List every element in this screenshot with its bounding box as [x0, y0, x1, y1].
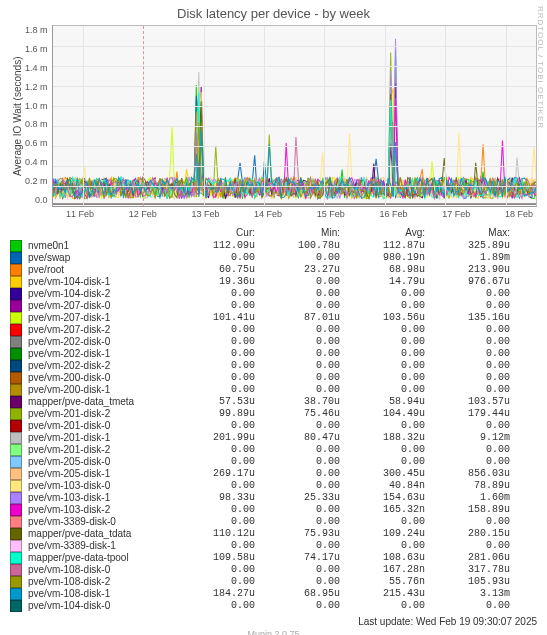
legend-row: pve/root60.75u23.27u68.98u213.90u — [10, 264, 537, 276]
legend-swatch — [10, 252, 22, 264]
legend-avg: 109.24u — [340, 528, 425, 540]
legend-cur: 0.00 — [170, 540, 255, 552]
y-tick: 0.4 m — [25, 157, 48, 167]
legend-avg: 0.00 — [340, 288, 425, 300]
legend-avg: 68.98u — [340, 264, 425, 276]
legend-row: mapper/pve-data_tmeta57.53u38.70u58.94u1… — [10, 396, 537, 408]
legend-max: 317.78u — [425, 564, 510, 576]
legend-max: 0.00 — [425, 384, 510, 396]
legend-swatch — [10, 576, 22, 588]
legend-max: 1.60m — [425, 492, 510, 504]
legend-min: 100.78u — [255, 240, 340, 252]
legend-swatch — [10, 312, 22, 324]
legend-row: pve/vm-103-disk-20.000.00165.32n158.89u — [10, 504, 537, 516]
legend-row: pve/vm-103-disk-198.33u25.33u154.63u1.60… — [10, 492, 537, 504]
legend-max: 0.00 — [425, 420, 510, 432]
legend-max: 0.00 — [425, 516, 510, 528]
legend-swatch — [10, 468, 22, 480]
legend-row: pve/swap0.000.00980.19n1.89m — [10, 252, 537, 264]
legend-avg: 300.45u — [340, 468, 425, 480]
legend-max: 325.89u — [425, 240, 510, 252]
legend-avg: 167.28n — [340, 564, 425, 576]
legend-row: pve/vm-3389-disk-00.000.000.000.00 — [10, 516, 537, 528]
legend-swatch — [10, 420, 22, 432]
legend-cur: 269.17u — [170, 468, 255, 480]
x-tick: 13 Feb — [191, 209, 219, 219]
col-avg: Avg: — [340, 227, 425, 238]
legend-row: pve/vm-108-disk-00.000.00167.28n317.78u — [10, 564, 537, 576]
legend-swatch — [10, 504, 22, 516]
legend-name: pve/vm-202-disk-0 — [28, 336, 170, 348]
legend-row: pve/vm-205-disk-1269.17u0.00300.45u856.0… — [10, 468, 537, 480]
x-tick: 11 Feb — [66, 209, 94, 219]
legend-max: 0.00 — [425, 288, 510, 300]
legend-name: pve/vm-201-disk-2 — [28, 444, 170, 456]
legend-avg: 55.76n — [340, 576, 425, 588]
legend-swatch — [10, 396, 22, 408]
legend-avg: 0.00 — [340, 300, 425, 312]
legend-swatch — [10, 384, 22, 396]
legend-avg: 0.00 — [340, 336, 425, 348]
legend-max: 135.16u — [425, 312, 510, 324]
legend-cur: 57.53u — [170, 396, 255, 408]
legend-row: pve/vm-200-disk-10.000.000.000.00 — [10, 384, 537, 396]
legend-max: 0.00 — [425, 360, 510, 372]
legend-name: pve/vm-108-disk-0 — [28, 564, 170, 576]
munin-credit: Munin 2.0.75 — [10, 629, 537, 635]
legend-cur: 0.00 — [170, 516, 255, 528]
legend-min: 0.00 — [255, 480, 340, 492]
legend-cur: 0.00 — [170, 444, 255, 456]
legend-avg: 188.32u — [340, 432, 425, 444]
legend-max: 9.12m — [425, 432, 510, 444]
legend-max: 78.89u — [425, 480, 510, 492]
legend-name: pve/vm-207-disk-0 — [28, 300, 170, 312]
legend-min: 0.00 — [255, 444, 340, 456]
legend-max: 280.15u — [425, 528, 510, 540]
legend-avg: 0.00 — [340, 372, 425, 384]
legend-row: pve/vm-202-disk-10.000.000.000.00 — [10, 348, 537, 360]
legend-swatch — [10, 456, 22, 468]
legend-cur: 110.12u — [170, 528, 255, 540]
legend-swatch — [10, 264, 22, 276]
legend-avg: 215.43u — [340, 588, 425, 600]
legend-min: 0.00 — [255, 348, 340, 360]
legend-avg: 14.79u — [340, 276, 425, 288]
legend-cur: 0.00 — [170, 348, 255, 360]
legend-name: pve/vm-108-disk-1 — [28, 588, 170, 600]
legend-avg: 980.19n — [340, 252, 425, 264]
legend-avg: 0.00 — [340, 324, 425, 336]
legend-avg: 0.00 — [340, 444, 425, 456]
legend-name: pve/vm-104-disk-2 — [28, 288, 170, 300]
legend-name: mapper/pve-data_tdata — [28, 528, 170, 540]
legend-swatch — [10, 336, 22, 348]
legend-swatch — [10, 444, 22, 456]
legend-name: mapper/pve-data_tmeta — [28, 396, 170, 408]
legend-cur: 99.89u — [170, 408, 255, 420]
legend-max: 0.00 — [425, 456, 510, 468]
legend-cur: 19.36u — [170, 276, 255, 288]
x-tick: 15 Feb — [317, 209, 345, 219]
legend-row: pve/vm-104-disk-20.000.000.000.00 — [10, 288, 537, 300]
legend-cur: 0.00 — [170, 252, 255, 264]
legend-row: pve/vm-207-disk-1101.41u87.01u103.56u135… — [10, 312, 537, 324]
y-tick: 1.0 m — [25, 101, 48, 111]
legend-swatch — [10, 480, 22, 492]
last-update: Last update: Wed Feb 19 09:30:07 2025 — [10, 616, 537, 627]
legend-min: 0.00 — [255, 564, 340, 576]
legend-swatch — [10, 552, 22, 564]
legend-avg: 0.00 — [340, 348, 425, 360]
legend-min: 0.00 — [255, 276, 340, 288]
legend-cur: 0.00 — [170, 480, 255, 492]
legend-avg: 0.00 — [340, 516, 425, 528]
x-tick: 12 Feb — [129, 209, 157, 219]
legend-min: 0.00 — [255, 288, 340, 300]
legend-swatch — [10, 408, 22, 420]
legend-max: 213.90u — [425, 264, 510, 276]
legend-cur: 0.00 — [170, 324, 255, 336]
legend-max: 0.00 — [425, 444, 510, 456]
legend-swatch — [10, 324, 22, 336]
legend-swatch — [10, 348, 22, 360]
legend-max: 856.03u — [425, 468, 510, 480]
legend-min: 68.95u — [255, 588, 340, 600]
legend-swatch — [10, 564, 22, 576]
